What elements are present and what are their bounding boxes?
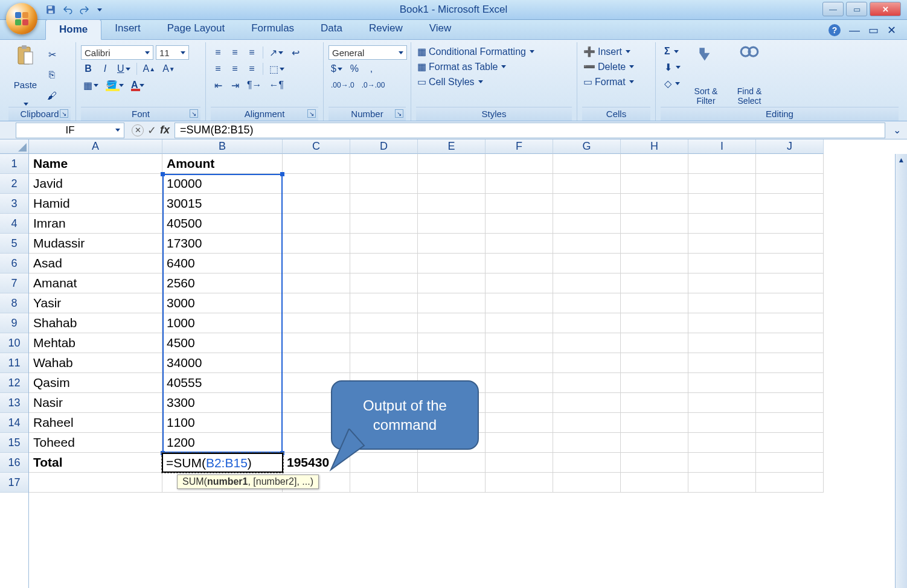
cell[interactable] [486, 333, 553, 353]
row-header-15[interactable]: 15 [0, 433, 28, 453]
font-color-button[interactable]: A [129, 78, 147, 92]
name-box[interactable]: IF [16, 123, 124, 138]
cell[interactable] [283, 293, 350, 313]
cell[interactable]: 4500 [162, 333, 283, 353]
cell[interactable] [688, 313, 756, 333]
cell[interactable] [350, 194, 418, 214]
row-header-12[interactable]: 12 [0, 373, 28, 393]
copy-button[interactable]: ⎘ [45, 68, 59, 82]
cell[interactable] [553, 373, 621, 393]
row-header-6[interactable]: 6 [0, 254, 28, 273]
align-top-button[interactable]: ≡ [211, 45, 225, 60]
cell[interactable] [350, 214, 418, 234]
number-launcher[interactable]: ↘ [395, 109, 403, 118]
tab-home[interactable]: Home [45, 19, 101, 40]
tab-formulas[interactable]: Formulas [238, 19, 307, 39]
expand-formula-bar-button[interactable]: ⌄ [891, 125, 902, 136]
cell[interactable]: Javid [29, 174, 162, 194]
cell[interactable] [553, 413, 621, 433]
row-header-10[interactable]: 10 [0, 333, 28, 353]
cell[interactable]: Nasir [29, 393, 162, 413]
cell[interactable]: 1000 [162, 313, 283, 333]
cell[interactable] [553, 353, 621, 373]
orientation-button[interactable]: ↗ [267, 45, 286, 60]
cell[interactable] [283, 373, 350, 393]
cell[interactable] [418, 234, 486, 254]
find-select-button[interactable]: Find & Select [728, 43, 771, 107]
scroll-up-button[interactable]: ▲ [896, 154, 907, 166]
tab-data[interactable]: Data [307, 19, 356, 39]
ltr-button[interactable]: ¶→ [245, 78, 264, 92]
cell[interactable] [486, 174, 553, 194]
cell[interactable] [553, 473, 621, 493]
cell[interactable] [756, 234, 824, 254]
cell[interactable] [350, 353, 418, 373]
cell[interactable] [688, 154, 756, 174]
cell[interactable] [283, 194, 350, 214]
cell[interactable] [486, 214, 553, 234]
cell[interactable]: Mudassir [29, 234, 162, 254]
doc-close-button[interactable]: ✕ [887, 24, 896, 37]
cell[interactable] [486, 433, 553, 453]
cell[interactable] [486, 234, 553, 254]
tab-view[interactable]: View [416, 19, 465, 39]
column-header-I[interactable]: I [688, 139, 756, 154]
cell[interactable] [621, 273, 688, 293]
cell[interactable] [688, 273, 756, 293]
cell[interactable] [621, 333, 688, 353]
cell[interactable] [283, 353, 350, 373]
cell[interactable]: 2560 [162, 273, 283, 293]
formula-bar-input[interactable]: =SUM(B2:B15) [175, 123, 885, 138]
cell[interactable] [621, 453, 688, 473]
increase-decimal-button[interactable]: .00→.0 [329, 78, 357, 92]
cell[interactable] [350, 453, 418, 473]
cell[interactable] [756, 433, 824, 453]
cell[interactable] [553, 393, 621, 413]
cell[interactable] [553, 154, 621, 174]
align-right-button[interactable]: ≡ [245, 62, 259, 76]
cell[interactable]: Qasim [29, 373, 162, 393]
cell[interactable] [688, 333, 756, 353]
underline-button[interactable]: U [115, 62, 133, 76]
cell[interactable]: 3300 [162, 393, 283, 413]
row-header-7[interactable]: 7 [0, 273, 28, 293]
cell[interactable] [283, 333, 350, 353]
wrap-text-button[interactable]: ↩ [288, 45, 303, 60]
cell[interactable] [418, 333, 486, 353]
cell[interactable] [350, 313, 418, 333]
cell[interactable]: 1100 [162, 413, 283, 433]
row-header-9[interactable]: 9 [0, 313, 28, 333]
cell[interactable] [756, 293, 824, 313]
align-middle-button[interactable]: ≡ [228, 45, 242, 60]
doc-restore-button[interactable]: ▭ [868, 24, 879, 37]
cell[interactable] [688, 234, 756, 254]
cell[interactable] [621, 214, 688, 234]
cell[interactable]: Raheel [29, 413, 162, 433]
cell[interactable] [621, 373, 688, 393]
cell[interactable] [621, 313, 688, 333]
cell[interactable] [688, 214, 756, 234]
cell[interactable] [553, 433, 621, 453]
doc-minimize-button[interactable]: — [849, 24, 860, 37]
cell[interactable]: Amount [162, 154, 283, 174]
tab-insert[interactable]: Insert [101, 19, 154, 39]
cell[interactable] [418, 254, 486, 273]
number-format-combo[interactable]: General [329, 45, 407, 60]
cell[interactable] [621, 174, 688, 194]
cell[interactable] [553, 293, 621, 313]
cell[interactable] [486, 473, 553, 493]
cell[interactable] [162, 453, 283, 473]
cell[interactable] [418, 373, 486, 393]
cell[interactable] [688, 373, 756, 393]
cell[interactable] [350, 174, 418, 194]
cell[interactable] [688, 413, 756, 433]
cell[interactable] [756, 413, 824, 433]
cell[interactable] [418, 413, 486, 433]
cell[interactable] [688, 453, 756, 473]
cell[interactable]: Yasir [29, 293, 162, 313]
cell[interactable] [688, 393, 756, 413]
cell[interactable] [553, 174, 621, 194]
column-headers[interactable]: ABCDEFGHIJ [29, 139, 907, 154]
cell[interactable] [418, 453, 486, 473]
cell[interactable] [756, 174, 824, 194]
